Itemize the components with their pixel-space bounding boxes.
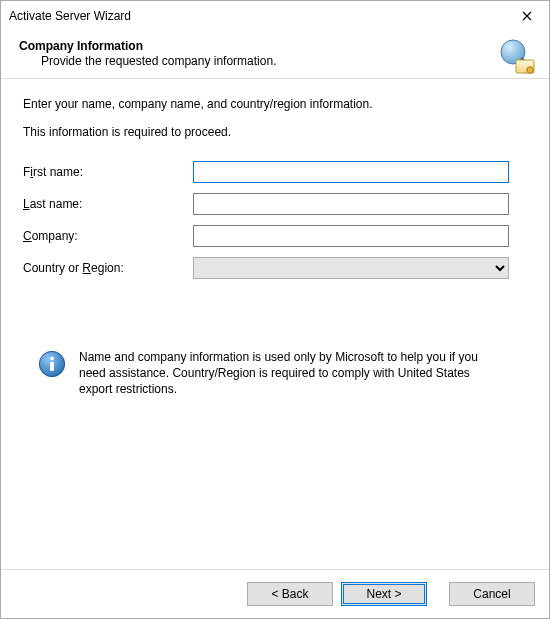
header-subtitle: Provide the requested company informatio… <box>19 53 535 68</box>
last-name-input[interactable] <box>193 193 509 215</box>
cancel-button[interactable]: Cancel <box>449 582 535 606</box>
svg-point-2 <box>527 67 533 73</box>
server-license-icon <box>497 37 537 77</box>
region-select[interactable] <box>193 257 509 279</box>
first-name-label: First name: <box>23 165 189 179</box>
window-title: Activate Server Wizard <box>9 9 131 23</box>
company-label: Company: <box>23 229 189 243</box>
wizard-header: Company Information Provide the requeste… <box>1 31 549 78</box>
intro-text-2: This information is required to proceed. <box>23 125 509 139</box>
last-name-label: Last name: <box>23 197 189 211</box>
company-form: First name: Last name: Company: Country … <box>23 161 509 279</box>
info-icon <box>37 349 67 382</box>
next-button[interactable]: Next > <box>341 582 427 606</box>
first-name-input[interactable] <box>193 161 509 183</box>
intro-text-1: Enter your name, company name, and count… <box>23 97 509 111</box>
header-title: Company Information <box>19 39 535 53</box>
svg-rect-5 <box>50 362 54 371</box>
info-text: Name and company information is used onl… <box>79 349 499 398</box>
company-input[interactable] <box>193 225 509 247</box>
close-icon <box>522 9 532 23</box>
back-button[interactable]: < Back <box>247 582 333 606</box>
wizard-window: Activate Server Wizard Company Informati… <box>0 0 550 619</box>
close-button[interactable] <box>504 1 549 31</box>
svg-point-4 <box>50 357 54 361</box>
wizard-body: Enter your name, company name, and count… <box>1 79 549 569</box>
title-bar: Activate Server Wizard <box>1 1 549 31</box>
info-panel: Name and company information is used onl… <box>23 349 509 398</box>
wizard-footer: < Back Next > Cancel <box>1 569 549 618</box>
region-label: Country or Region: <box>23 261 189 275</box>
